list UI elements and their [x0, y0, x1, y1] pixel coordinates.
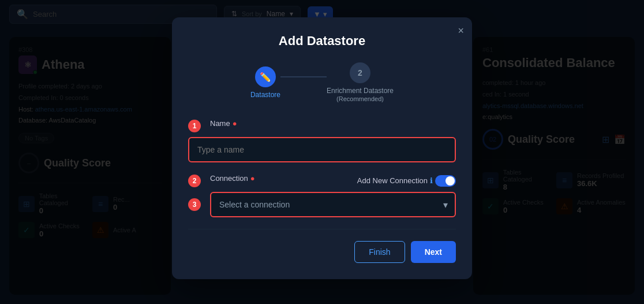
modal-overlay: × Add Datastore ✏️ Datastore 2 Enrichmen…	[0, 0, 644, 304]
connection-label-area: 2 Connection ● Add New Connection ℹ	[188, 174, 456, 187]
connection-select[interactable]: Select a connection	[210, 192, 456, 217]
modal-title: Add Datastore	[188, 34, 456, 49]
stepper: ✏️ Datastore 2 Enrichment Datastore (Rec…	[188, 62, 456, 103]
add-new-connection-toggle[interactable]	[435, 175, 456, 187]
finish-button[interactable]: Finish	[354, 241, 405, 263]
step-2-label: Enrichment Datastore (Recommended)	[327, 87, 394, 103]
step-1-circle: ✏️	[255, 66, 276, 87]
name-field-group: 1 Name ●	[188, 119, 456, 162]
connection-field-label: Connection ●	[210, 174, 255, 183]
step-2: 2 Enrichment Datastore (Recommended)	[327, 62, 394, 103]
connection-required-indicator: ●	[250, 174, 255, 183]
next-button[interactable]: Next	[411, 241, 456, 263]
step-badge-2: 2	[188, 175, 201, 187]
connection-select-wrapper: Select a connection ▾	[210, 192, 456, 217]
step-badge-1: 1	[188, 120, 201, 132]
step-connector	[280, 76, 327, 77]
modal-close-button[interactable]: ×	[458, 25, 464, 36]
modal-divider	[188, 229, 456, 229]
step-2-circle: 2	[350, 62, 370, 83]
step-1-label: Datastore	[250, 91, 280, 99]
add-new-connection-label: Add New Connection ℹ	[357, 175, 456, 187]
modal-footer: Finish Next	[188, 241, 456, 263]
add-datastore-modal: × Add Datastore ✏️ Datastore 2 Enrichmen…	[172, 17, 472, 279]
step-badge-3: 3	[188, 198, 201, 211]
info-icon: ℹ	[430, 176, 433, 185]
required-indicator: ●	[233, 119, 237, 128]
connection-field-group: 2 Connection ● Add New Connection ℹ 3 Se…	[188, 174, 456, 217]
name-field-label: Name ●	[210, 119, 237, 128]
name-input[interactable]	[188, 137, 456, 162]
step-1: ✏️ Datastore	[250, 66, 280, 99]
